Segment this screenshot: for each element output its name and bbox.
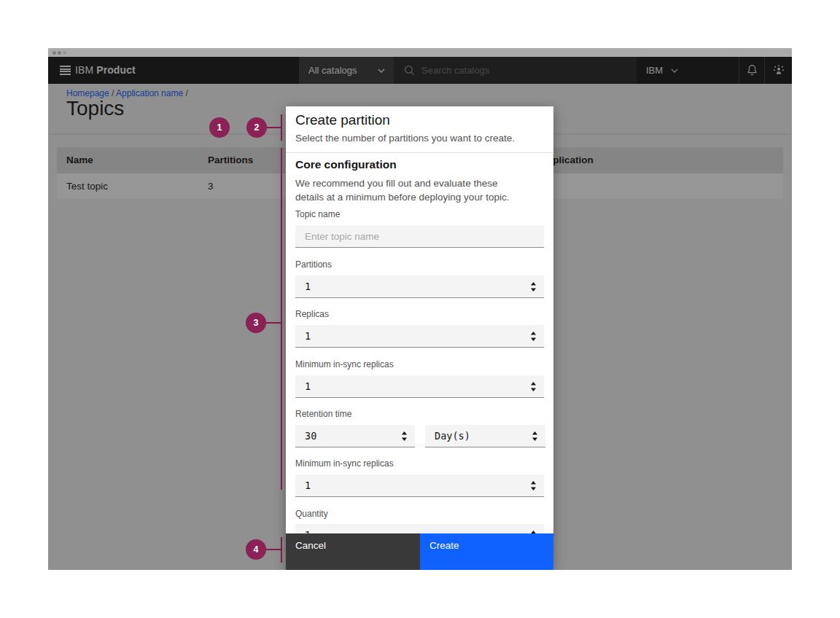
replicas-label: Replicas: [295, 309, 329, 319]
annotation-badge-4: 4: [246, 539, 266, 560]
modal-subtitle: Select the number of partitions you want…: [295, 133, 515, 144]
annotation-bracket-line: [281, 148, 282, 490]
min-insync-replicas-2-value: 1: [305, 474, 311, 496]
modal-footer: Cancel Create: [286, 533, 553, 570]
topic-name-label: Topic name: [295, 209, 340, 219]
app-window: IBM Product All catalogs IBM: [48, 48, 792, 570]
annotation-connector-line: [266, 127, 282, 128]
retention-time-unit-select[interactable]: Day(s): [425, 425, 545, 447]
annotation-bracket-line: [281, 537, 282, 563]
retention-time-label: Retention time: [295, 409, 351, 419]
annotation-connector-line: [265, 549, 282, 550]
replicas-value: 1: [305, 325, 311, 347]
cancel-button[interactable]: Cancel: [286, 533, 420, 570]
number-stepper-icon[interactable]: [530, 332, 537, 341]
create-button[interactable]: Create: [420, 533, 553, 570]
window-dot: [63, 51, 66, 55]
annotation-badge-2: 2: [246, 117, 267, 138]
quantity-input[interactable]: 1: [295, 524, 544, 534]
partitions-input[interactable]: 1: [295, 275, 544, 298]
partitions-value: 1: [305, 275, 311, 297]
number-stepper-icon[interactable]: [530, 481, 537, 490]
number-stepper-icon[interactable]: [530, 382, 537, 391]
core-configuration-description: We recommend you fill out and evaluate t…: [295, 176, 509, 204]
number-stepper-icon[interactable]: [532, 431, 538, 441]
retention-time-value-input[interactable]: 30: [295, 425, 415, 447]
modal-divider: [286, 152, 553, 153]
window-dot: [58, 51, 61, 55]
annotation-badge-3: 3: [246, 313, 266, 333]
min-insync-replicas-label: Minimum in-sync replicas: [295, 359, 394, 369]
window-dot: [52, 51, 56, 55]
modal-title: Create partition: [295, 112, 390, 128]
retention-time-value: 30: [305, 425, 316, 447]
topic-name-field: [295, 225, 544, 248]
replicas-input[interactable]: 1: [295, 325, 544, 348]
retention-time-unit: Day(s): [435, 425, 470, 447]
annotation-bracket-line: [281, 114, 282, 141]
core-configuration-heading: Core configuration: [295, 158, 397, 171]
window-titlebar: [48, 48, 792, 57]
min-insync-replicas-2-label: Minimum in-sync replicas: [295, 458, 394, 469]
topic-name-input[interactable]: [295, 225, 544, 247]
min-insync-replicas-input[interactable]: 1: [295, 375, 544, 398]
number-stepper-icon[interactable]: [530, 282, 537, 292]
annotation-badge-1: 1: [209, 117, 230, 138]
partitions-label: Partitions: [295, 259, 332, 270]
create-partition-modal: Create partition Select the number of pa…: [286, 106, 553, 570]
min-insync-replicas-value: 1: [305, 375, 311, 397]
min-insync-replicas-2-input[interactable]: 1: [295, 474, 544, 497]
annotation-connector-line: [265, 322, 282, 324]
number-stepper-icon[interactable]: [401, 431, 408, 441]
quantity-label: Quantity: [295, 509, 328, 519]
quantity-value: 1: [305, 524, 311, 534]
